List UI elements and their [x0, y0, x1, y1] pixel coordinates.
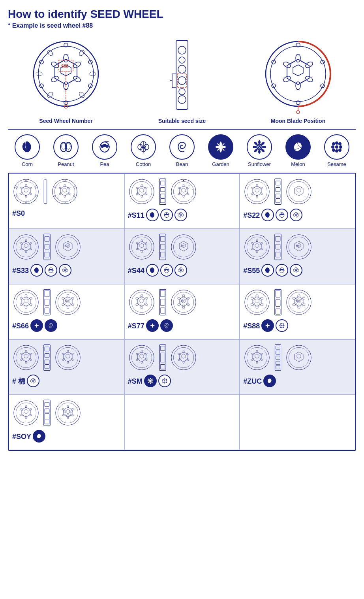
svg-marker-422: [255, 354, 259, 358]
svg-point-233: [167, 269, 169, 271]
svg-point-98: [25, 195, 27, 198]
svg-point-411: [164, 379, 165, 380]
svg-point-307: [186, 297, 190, 300]
svg-point-306: [182, 294, 184, 298]
mini-garden7: [146, 319, 159, 332]
svg-point-150: [186, 182, 187, 183]
mini-sunflower10: [144, 375, 157, 387]
seed-circle-cotton: [131, 134, 156, 160]
seed-melon: Melon: [280, 134, 316, 167]
diagram-wheel-front: S88 Seed Wheel Number: [26, 36, 105, 124]
svg-point-261: [296, 269, 299, 272]
svg-point-101: [25, 180, 27, 181]
svg-point-354: [29, 353, 32, 356]
svg-point-407: [151, 379, 153, 380]
svg-point-408: [148, 382, 150, 384]
svg-point-399: [178, 358, 181, 361]
svg-rect-326: [276, 300, 280, 307]
svg-point-22: [90, 72, 96, 76]
grid-cell-soy: #SOY: [9, 395, 124, 450]
svg-marker-190: [24, 243, 28, 248]
svg-point-435: [287, 345, 311, 370]
svg-point-221: [136, 242, 139, 245]
svg-rect-173: [276, 181, 280, 185]
svg-point-5: [72, 61, 81, 69]
grid-cell-s33: S33 #S33: [9, 229, 124, 284]
svg-point-192: [29, 242, 32, 245]
svg-point-412: [165, 379, 167, 380]
svg-point-238: [247, 237, 267, 257]
diagram-row: S88 Seed Wheel Number: [8, 36, 356, 124]
svg-text:S66: S66: [65, 300, 69, 302]
svg-marker-214: [137, 241, 146, 251]
svg-point-166: [256, 184, 258, 187]
seed-cotton: Cotton: [126, 134, 161, 167]
svg-point-170: [251, 192, 254, 195]
svg-point-417: [164, 382, 165, 384]
svg-point-196: [20, 242, 23, 245]
svg-point-349: [14, 345, 38, 370]
wheel-front-svg: S88: [30, 36, 101, 115]
svg-marker-367: [66, 354, 70, 358]
seed-circle-bean: [169, 134, 195, 160]
diagram-moon-blade: Moon Blade Position: [259, 36, 338, 124]
svg-point-158: [167, 214, 169, 215]
svg-point-85: [331, 145, 334, 149]
svg-point-310: [177, 302, 181, 306]
svg-point-358: [20, 353, 23, 356]
mini-corn2: [261, 209, 274, 221]
svg-point-208: [51, 269, 53, 271]
svg-text:S55: S55: [296, 245, 300, 247]
svg-point-241: [256, 239, 258, 242]
svg-point-8: [50, 75, 59, 83]
svg-point-458: [67, 405, 69, 408]
svg-point-115: [64, 195, 66, 198]
mini-sesame8: [276, 319, 288, 332]
svg-point-168: [260, 192, 263, 195]
svg-rect-388: [160, 346, 165, 351]
svg-point-271: [20, 297, 24, 300]
svg-marker-165: [255, 188, 259, 192]
svg-point-178: [289, 181, 309, 202]
svg-rect-174: [276, 188, 280, 192]
seed-circle-sesame: [324, 134, 349, 160]
svg-point-436: [289, 347, 309, 367]
svg-point-96: [29, 187, 32, 190]
seed-circle-peanut: [53, 134, 79, 160]
svg-rect-198: [45, 236, 49, 241]
svg-point-23: [36, 72, 42, 76]
svg-point-145: [186, 192, 190, 195]
mini-pea: [160, 209, 173, 221]
svg-point-295: [141, 305, 143, 309]
svg-marker-94: [24, 188, 28, 192]
svg-point-420: [247, 347, 267, 367]
svg-marker-437: [295, 352, 303, 362]
svg-rect-362: [45, 360, 49, 364]
svg-point-315: [247, 292, 267, 312]
svg-point-108: [53, 179, 77, 204]
svg-rect-250: [276, 252, 280, 257]
svg-rect-327: [276, 309, 280, 314]
svg-point-140: [173, 181, 193, 202]
svg-point-194: [25, 250, 27, 253]
svg-point-167: [260, 187, 263, 190]
seed-garden: Garden: [203, 134, 238, 167]
svg-rect-136: [160, 188, 165, 192]
svg-point-211: [66, 269, 68, 272]
svg-point-45: [296, 82, 300, 90]
svg-point-280: [67, 294, 69, 298]
svg-point-426: [256, 361, 258, 364]
subtitle: * Example is seed wheel #88: [8, 22, 356, 29]
svg-point-236: [181, 269, 184, 272]
svg-point-212: [129, 235, 154, 259]
svg-point-149: [183, 180, 184, 181]
svg-rect-223: [160, 236, 165, 241]
svg-point-20: [47, 49, 54, 57]
svg-point-153: [178, 182, 179, 183]
svg-point-185: [293, 214, 296, 217]
grid-cell-sm: #SM: [124, 339, 240, 395]
svg-point-375: [30, 380, 33, 382]
svg-point-262: [14, 290, 38, 315]
svg-point-163: [247, 181, 267, 202]
svg-point-95: [25, 184, 27, 187]
